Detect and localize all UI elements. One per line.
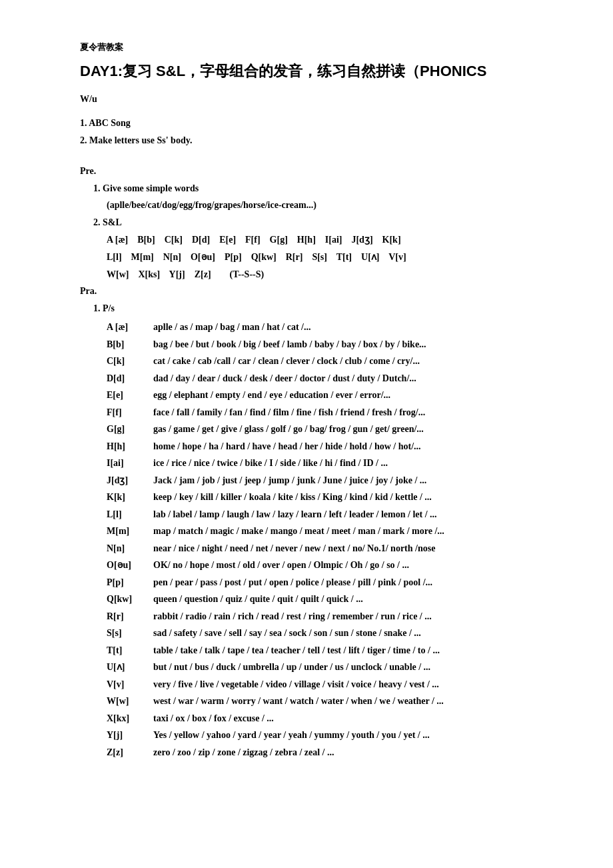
content-y: Yes / yellow / yahoo / yard / year / yea… bbox=[153, 727, 560, 744]
alphabet-row-3: W[w] X[ks] Y[j] Z[z] (T--S--S) bbox=[107, 267, 560, 283]
content-a: aplle / as / map / bag / man / hat / cat… bbox=[153, 319, 560, 336]
label-v: V[v] bbox=[107, 677, 153, 693]
wu-label: W/u bbox=[80, 91, 560, 107]
content-t: table / take / talk / tape / tea / teach… bbox=[153, 643, 560, 659]
label-n: N[n] bbox=[107, 541, 153, 557]
content-f: face / fall / family / fan / find / film… bbox=[153, 405, 560, 421]
word-row-f: F[f] face / fall / family / fan / find /… bbox=[107, 405, 560, 421]
word-row-o: O[əu] OK/ no / hope / most / old / over … bbox=[107, 557, 560, 574]
content-l: lab / label / lamp / laugh / law / lazy … bbox=[153, 507, 560, 523]
word-row-u: U[ʌ] but / nut / bus / duck / umbrella /… bbox=[107, 659, 560, 676]
content-q: queen / question / quiz / quite / quit /… bbox=[153, 591, 560, 608]
content-g: gas / game / get / give / glass / golf /… bbox=[153, 421, 560, 438]
label-q: Q[kw] bbox=[107, 591, 153, 608]
label-j: J[dʒ] bbox=[107, 473, 153, 489]
content-b: bag / bee / but / book / big / beef / la… bbox=[153, 337, 560, 353]
label-z: Z[z] bbox=[107, 745, 153, 761]
label-d: D[d] bbox=[107, 371, 153, 387]
label-k: K[k] bbox=[107, 489, 153, 506]
content-h: home / hope / ha / hard / have / head / … bbox=[153, 439, 560, 455]
label-m: M[m] bbox=[107, 523, 153, 540]
content-s: sad / safety / save / sell / say / sea /… bbox=[153, 625, 560, 642]
word-row-t: T[t] table / take / talk / tape / tea / … bbox=[107, 643, 560, 659]
label-s: S[s] bbox=[107, 625, 153, 642]
content-j: Jack / jam / job / just / jeep / jump / … bbox=[153, 473, 560, 489]
word-row-r: R[r] rabbit / radio / rain / rich / read… bbox=[107, 609, 560, 625]
word-row-e: E[e] egg / elephant / empty / end / eye … bbox=[107, 387, 560, 404]
label-l: L[l] bbox=[107, 507, 153, 523]
content-m: map / match / magic / make / mango / mea… bbox=[153, 523, 560, 540]
pra-label: Pra. bbox=[80, 283, 560, 299]
sl-label: 2. S&L bbox=[93, 215, 560, 231]
label-u: U[ʌ] bbox=[107, 659, 153, 676]
word-row-j: J[dʒ] Jack / jam / job / just / jeep / j… bbox=[107, 473, 560, 489]
content-p: pen / pear / pass / post / put / open / … bbox=[153, 575, 560, 591]
word-row-w: W[w] west / war / warm / worry / want / … bbox=[107, 693, 560, 710]
word-row-g: G[g] gas / game / get / give / glass / g… bbox=[107, 421, 560, 438]
label-p: P[p] bbox=[107, 575, 153, 591]
content-x: taxi / ox / box / fox / excuse / ... bbox=[153, 711, 560, 727]
word-row-v: V[v] very / five / live / vegetable / vi… bbox=[107, 677, 560, 693]
alphabet-row-1: A [æ] B[b] C[k] D[d] E[e] F[f] G[g] H[h]… bbox=[107, 232, 560, 248]
word-row-b: B[b] bag / bee / but / book / big / beef… bbox=[107, 337, 560, 353]
word-row-m: M[m] map / match / magic / make / mango … bbox=[107, 523, 560, 540]
page-container: 夏令营教案 DAY1:复习 S&L，字母组合的发音，练习自然拼读（PHONICS… bbox=[80, 40, 560, 761]
word-row-l: L[l] lab / label / lamp / laugh / law / … bbox=[107, 507, 560, 523]
item-1: 1. ABC Song bbox=[80, 115, 560, 131]
subtitle: 夏令营教案 bbox=[80, 40, 560, 55]
alphabet-section: A [æ] B[b] C[k] D[d] E[e] F[f] G[g] H[h]… bbox=[107, 232, 560, 282]
label-c: C[k] bbox=[107, 353, 153, 370]
content-d: dad / day / dear / duck / desk / deer / … bbox=[153, 371, 560, 387]
content-u: but / nut / bus / duck / umbrella / up /… bbox=[153, 659, 560, 676]
label-f: F[f] bbox=[107, 405, 153, 421]
pre-item-2: (aplle/bee/cat/dog/egg/frog/grapes/horse… bbox=[107, 197, 560, 213]
label-i: I[ai] bbox=[107, 455, 153, 472]
item-2: 2. Make letters use Ss' body. bbox=[80, 133, 560, 149]
label-w: W[w] bbox=[107, 693, 153, 710]
content-c: cat / cake / cab /call / car / clean / c… bbox=[153, 353, 560, 370]
content-e: egg / elephant / empty / end / eye / edu… bbox=[153, 387, 560, 404]
label-x: X[kx] bbox=[107, 711, 153, 727]
pre-item-1: 1. Give some simple words bbox=[93, 181, 560, 197]
label-t: T[t] bbox=[107, 643, 153, 659]
content-n: near / nice / night / need / net / never… bbox=[153, 541, 560, 557]
word-row-c: C[k] cat / cake / cab /call / car / clea… bbox=[107, 353, 560, 370]
word-row-h: H[h] home / hope / ha / hard / have / he… bbox=[107, 439, 560, 455]
label-g: G[g] bbox=[107, 421, 153, 438]
word-row-s: S[s] sad / safety / save / sell / say / … bbox=[107, 625, 560, 642]
word-list: A [æ] aplle / as / map / bag / man / hat… bbox=[80, 319, 560, 761]
word-row-z: Z[z] zero / zoo / zip / zone / zigzag / … bbox=[107, 745, 560, 761]
ps-label: 1. P/s bbox=[93, 301, 560, 317]
word-row-p: P[p] pen / pear / pass / post / put / op… bbox=[107, 575, 560, 591]
label-a: A [æ] bbox=[107, 319, 153, 336]
word-row-k: K[k] keep / key / kill / killer / koala … bbox=[107, 489, 560, 506]
label-o: O[əu] bbox=[107, 557, 153, 574]
label-r: R[r] bbox=[107, 609, 153, 625]
word-row-q: Q[kw] queen / question / quiz / quite / … bbox=[107, 591, 560, 608]
label-e: E[e] bbox=[107, 387, 153, 404]
word-row-x: X[kx] taxi / ox / box / fox / excuse / .… bbox=[107, 711, 560, 727]
label-y: Y[j] bbox=[107, 727, 153, 744]
content-v: very / five / live / vegetable / video /… bbox=[153, 677, 560, 693]
alphabet-row-2: L[l] M[m] N[n] O[əu] P[p] Q[kw] R[r] S[s… bbox=[107, 249, 560, 265]
content-r: rabbit / radio / rain / rich / read / re… bbox=[153, 609, 560, 625]
main-title: DAY1:复习 S&L，字母组合的发音，练习自然拼读（PHONICS bbox=[80, 59, 560, 83]
content-w: west / war / warm / worry / want / watch… bbox=[153, 693, 560, 710]
content-z: zero / zoo / zip / zone / zigzag / zebra… bbox=[153, 745, 560, 761]
content-k: keep / key / kill / killer / koala / kit… bbox=[153, 489, 560, 506]
word-row-a: A [æ] aplle / as / map / bag / man / hat… bbox=[107, 319, 560, 336]
pre-label: Pre. bbox=[80, 163, 560, 179]
word-row-y: Y[j] Yes / yellow / yahoo / yard / year … bbox=[107, 727, 560, 744]
word-row-d: D[d] dad / day / dear / duck / desk / de… bbox=[107, 371, 560, 387]
label-h: H[h] bbox=[107, 439, 153, 455]
content-i: ice / rice / nice / twice / bike / I / s… bbox=[153, 455, 560, 472]
content-o: OK/ no / hope / most / old / over / open… bbox=[153, 557, 560, 574]
word-row-i: I[ai] ice / rice / nice / twice / bike /… bbox=[107, 455, 560, 472]
label-b: B[b] bbox=[107, 337, 153, 353]
word-row-n: N[n] near / nice / night / need / net / … bbox=[107, 541, 560, 557]
